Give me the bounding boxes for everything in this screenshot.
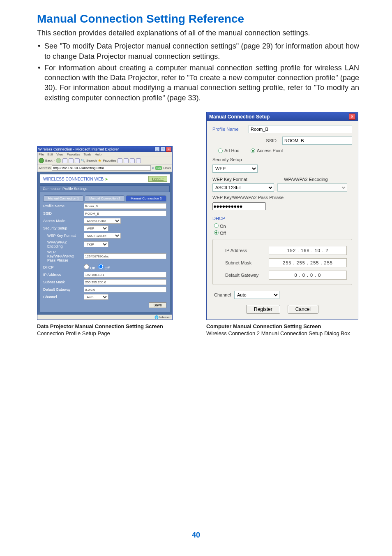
gateway-input[interactable]: 0 . 0 . 0 . 0 bbox=[269, 271, 347, 280]
intro-text: This section provides detailed explanati… bbox=[37, 28, 359, 38]
media-icon[interactable] bbox=[118, 158, 122, 163]
tab-manual-3[interactable]: Manual Connection 3 bbox=[126, 195, 166, 202]
wepkey-select[interactable]: ASCII 128bit bbox=[212, 183, 274, 192]
wepkey-label: WEP Key Format bbox=[212, 177, 281, 182]
menu-tools[interactable]: Tools bbox=[84, 153, 92, 156]
encoding-label: WPA/WPA2 Encoding bbox=[43, 240, 82, 248]
wizard-title: Manual Connection Setup bbox=[209, 114, 349, 120]
menu-favorites[interactable]: Favorites bbox=[67, 153, 81, 156]
menu-file[interactable]: File bbox=[39, 153, 44, 156]
passphrase-input[interactable] bbox=[84, 253, 166, 259]
wizard-titlebar: Manual Connection Setup × bbox=[207, 112, 358, 121]
ssid-label: SSID bbox=[43, 211, 82, 215]
wc-header: WIRELESS CONNECTION WEB ➤ Logout bbox=[40, 174, 170, 183]
ip-input[interactable] bbox=[84, 272, 166, 278]
passphrase-label: WEP Key/WPA/WPA2 Pass Phrase bbox=[212, 195, 352, 200]
cancel-button[interactable]: Cancel bbox=[288, 305, 318, 314]
back-label: Back bbox=[45, 159, 53, 162]
gateway-label: Default Gateway bbox=[225, 273, 266, 278]
adhoc-radio[interactable]: Ad Hoc bbox=[218, 148, 239, 153]
arrow-icon: ➤ bbox=[105, 177, 108, 181]
encoding-select[interactable]: TKIP bbox=[84, 241, 108, 247]
gateway-input[interactable] bbox=[84, 287, 166, 292]
subnet-input[interactable]: 255 . 255 . 255 . 255 bbox=[269, 258, 347, 267]
profile-name-input[interactable] bbox=[84, 203, 166, 209]
security-select[interactable]: WEP bbox=[212, 164, 258, 173]
section-header: Connection Profile Settings bbox=[40, 185, 170, 192]
history-icon[interactable] bbox=[124, 158, 129, 163]
profile-name-label: Profile Name bbox=[43, 204, 82, 208]
register-button[interactable]: Register bbox=[246, 305, 280, 314]
passphrase-label: WEP Key/WPA/WPA2 Pass Phrase bbox=[43, 250, 82, 262]
page-number: 40 bbox=[0, 531, 392, 540]
page-title: Manual Connection Setting Reference bbox=[37, 12, 359, 25]
encoding-select[interactable] bbox=[277, 183, 347, 192]
favorites-text: Favorites bbox=[103, 159, 116, 162]
profile-name-input[interactable] bbox=[249, 125, 352, 133]
ssid-input[interactable] bbox=[84, 211, 166, 216]
right-caption-bold: Computer Manual Connection Setting Scree… bbox=[206, 323, 321, 329]
tab-manual-1[interactable]: Manual Connection 1 bbox=[43, 195, 84, 202]
dhcp-off-radio[interactable]: Off bbox=[214, 230, 352, 236]
bullet-item: See "To modify Data Projector manual con… bbox=[37, 41, 359, 61]
minimize-icon[interactable]: _ bbox=[154, 147, 160, 152]
ip-input[interactable]: 192 . 168 . 10 . 2 bbox=[269, 246, 347, 255]
profile-name-label: Profile Name bbox=[212, 127, 245, 132]
status-right: 🌐 Internet bbox=[154, 315, 171, 319]
ie-menubar: File Edit View Favorites Tools Help bbox=[37, 152, 172, 157]
dhcp-label: DHCP bbox=[43, 265, 82, 269]
favorites-icon[interactable]: ★ bbox=[98, 158, 101, 163]
links-label[interactable]: Links bbox=[163, 166, 171, 170]
menu-edit[interactable]: Edit bbox=[47, 153, 53, 156]
go-button[interactable]: Go bbox=[155, 166, 162, 170]
mail-icon[interactable] bbox=[130, 158, 135, 163]
channel-select[interactable]: Auto bbox=[234, 291, 279, 299]
maximize-icon[interactable]: □ bbox=[160, 147, 166, 152]
print-icon[interactable] bbox=[136, 158, 141, 163]
address-input[interactable] bbox=[52, 165, 150, 171]
search-label[interactable]: 🔍 bbox=[81, 159, 85, 162]
stop-icon[interactable] bbox=[62, 158, 67, 163]
save-button[interactable]: Save bbox=[149, 302, 166, 308]
subnet-label: Subnet Mask bbox=[43, 280, 82, 284]
menu-view[interactable]: View bbox=[56, 153, 63, 156]
security-select[interactable]: WEP bbox=[84, 225, 108, 231]
close-icon[interactable]: × bbox=[166, 147, 171, 152]
ip-label: IP Address bbox=[43, 273, 82, 277]
gateway-label: Default Gateway bbox=[43, 287, 82, 292]
ie-addressbar: Address ▾ Go Links bbox=[37, 164, 172, 172]
right-caption-plain: Wireless Connection 2 Manual Connection … bbox=[206, 330, 350, 336]
dhcp-on-radio[interactable]: On bbox=[84, 266, 95, 270]
dhcp-off-radio[interactable]: Off bbox=[98, 266, 109, 270]
dhcp-off-group: IP Address 192 . 168 . 10 . 2 Subnet Mas… bbox=[212, 239, 352, 285]
chevron-down-icon[interactable]: ▾ bbox=[152, 166, 154, 170]
passphrase-input[interactable] bbox=[212, 202, 266, 210]
channel-select[interactable]: Auto bbox=[84, 294, 108, 300]
close-icon[interactable]: × bbox=[349, 114, 355, 120]
ie-statusbar: 🌐 Internet bbox=[37, 315, 172, 320]
dhcp-on-radio[interactable]: On bbox=[214, 223, 352, 229]
home-icon[interactable] bbox=[75, 158, 80, 163]
ie-window: Wireless Connection - Microsoft Internet… bbox=[37, 146, 173, 320]
security-header: Security Setup bbox=[212, 157, 352, 162]
logout-button[interactable]: Logout bbox=[148, 176, 167, 182]
wizard-dialog: Manual Connection Setup × Profile Name S… bbox=[206, 112, 358, 320]
access-mode-label: Access Mode bbox=[43, 219, 82, 223]
menu-help[interactable]: Help bbox=[95, 153, 101, 156]
tab-manual-2[interactable]: Manual Connection 2 bbox=[85, 195, 125, 202]
access-mode-select[interactable]: Access Point bbox=[84, 218, 121, 224]
bullet-item: For information about creating a compute… bbox=[37, 63, 359, 103]
address-label: Address bbox=[39, 166, 51, 170]
back-icon[interactable] bbox=[39, 158, 44, 163]
ie-body: WIRELESS CONNECTION WEB ➤ Logout Connect… bbox=[37, 172, 172, 315]
refresh-icon[interactable] bbox=[69, 158, 74, 163]
ssid-input[interactable] bbox=[282, 137, 352, 145]
accesspoint-radio[interactable]: Access Point bbox=[251, 148, 283, 153]
subnet-input[interactable] bbox=[84, 279, 166, 285]
wc-header-text: WIRELESS CONNECTION WEB bbox=[43, 177, 104, 181]
forward-icon[interactable] bbox=[56, 158, 61, 163]
left-caption-plain: Connection Profile Setup Page bbox=[37, 330, 110, 336]
channel-label: Channel bbox=[43, 295, 82, 299]
ie-titlebar: Wireless Connection - Microsoft Internet… bbox=[37, 146, 172, 152]
wepkey-select[interactable]: ASCII 128-bit bbox=[84, 233, 121, 239]
